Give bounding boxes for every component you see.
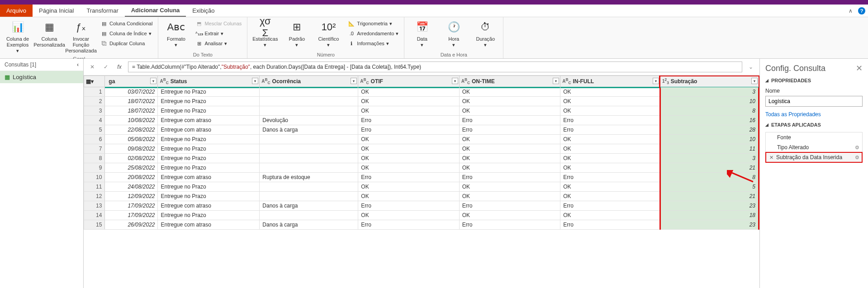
type-icon[interactable]: ABC	[261, 77, 270, 85]
cell-status[interactable]: Entregue no Prazo	[158, 163, 260, 173]
cell-subtracao[interactable]: 11	[660, 144, 759, 154]
column-header[interactable]: OTIF	[371, 78, 383, 85]
cell-date[interactable]: 05/08/2022	[105, 135, 158, 144]
cell-infull[interactable]: OK	[560, 87, 660, 97]
column-from-examples-button[interactable]: 📊Coluna de Exemplos ▾	[4, 19, 32, 55]
row-number[interactable]: 14	[84, 211, 105, 220]
filter-icon[interactable]: ▾	[252, 78, 258, 84]
cell-otif[interactable]: Erro	[358, 201, 459, 211]
help-icon[interactable]: ?	[858, 7, 865, 14]
column-header-otif[interactable]: ABCOTIF▾	[358, 76, 459, 87]
date-button[interactable]: 📅Data ▾	[408, 19, 436, 49]
standard-button[interactable]: ⊞Padrão ▾	[283, 19, 311, 49]
cell-status[interactable]: Entregue com atraso	[158, 173, 260, 182]
cell-occurrence[interactable]	[260, 182, 358, 192]
cell-occurrence[interactable]: Danos à carga	[260, 201, 358, 211]
row-number[interactable]: 11	[84, 182, 105, 192]
row-number[interactable]: 3	[84, 106, 105, 116]
cell-occurrence[interactable]: Ruptura de estoque	[260, 173, 358, 182]
cell-otif[interactable]: Erro	[358, 173, 459, 182]
cell-date[interactable]: 22/08/2022	[105, 125, 158, 135]
column-header-on-time[interactable]: ABCON-TIME▾	[459, 76, 560, 87]
cell-infull[interactable]: OK	[560, 192, 660, 201]
commit-formula-icon[interactable]: ✓	[101, 62, 111, 72]
cell-infull[interactable]: OK	[560, 163, 660, 173]
cell-infull[interactable]: OK	[560, 182, 660, 192]
cell-otif[interactable]: OK	[358, 135, 459, 144]
cell-otif[interactable]: OK	[358, 192, 459, 201]
cell-subtracao[interactable]: 23	[660, 201, 759, 211]
cell-occurrence[interactable]	[260, 97, 358, 106]
tab-página-inicial[interactable]: Página Inicial	[33, 5, 80, 17]
tab-transformar[interactable]: Transformar	[80, 5, 124, 17]
row-number[interactable]: 15	[84, 220, 105, 230]
extract-button[interactable]: ᴬ₁₂₃Extrair ▾	[194, 29, 243, 38]
filter-icon[interactable]: ▾	[653, 78, 659, 84]
collapse-queries-icon[interactable]: ‹	[77, 61, 79, 68]
format-button[interactable]: AʙᴄFormato ▾	[162, 19, 190, 49]
cell-otif[interactable]: OK	[358, 87, 459, 97]
cell-status[interactable]: Entregue com atraso	[158, 220, 260, 230]
cell-status[interactable]: Entregue com atraso	[158, 201, 260, 211]
cell-status[interactable]: Entregue no Prazo	[158, 182, 260, 192]
cell-ontime[interactable]: Erro	[459, 220, 560, 230]
cell-infull[interactable]: OK	[560, 135, 660, 144]
cell-occurrence[interactable]: Devolução	[260, 116, 358, 125]
cell-occurrence[interactable]	[260, 135, 358, 144]
cell-status[interactable]: Entregue no Prazo	[158, 135, 260, 144]
applied-step[interactable]: Fonte	[766, 132, 862, 142]
cell-infull[interactable]: OK	[560, 211, 660, 220]
cell-ontime[interactable]: Erro	[459, 116, 560, 125]
cell-subtracao[interactable]: 8	[660, 173, 759, 182]
cell-date[interactable]: 02/08/2022	[105, 154, 158, 163]
gear-icon[interactable]: ⚙	[855, 155, 859, 161]
cell-date[interactable]: 09/08/2022	[105, 144, 158, 154]
fx-icon[interactable]: fx	[114, 62, 124, 72]
cell-infull[interactable]: Erro	[560, 220, 660, 230]
column-header-ga[interactable]: ga▾	[105, 76, 158, 87]
cell-subtracao[interactable]: 28	[660, 125, 759, 135]
analyze-button[interactable]: ⊞Analisar ▾	[194, 39, 243, 48]
cell-status[interactable]: Entregue no Prazo	[158, 97, 260, 106]
cell-date[interactable]: 18/07/2022	[105, 106, 158, 116]
cell-subtracao[interactable]: 3	[660, 87, 759, 97]
cell-otif[interactable]: OK	[358, 97, 459, 106]
cell-occurrence[interactable]	[260, 211, 358, 220]
type-icon[interactable]: ABC	[360, 77, 369, 85]
cell-ontime[interactable]: OK	[459, 106, 560, 116]
invoke-function-button[interactable]: ƒₓInvocar Função Personalizada	[67, 19, 95, 55]
cell-infull[interactable]: OK	[560, 97, 660, 106]
cell-date[interactable]: 26/09/2022	[105, 220, 158, 230]
cell-subtracao[interactable]: 23	[660, 220, 759, 230]
applied-steps-header[interactable]: ◢ETAPAS APLICADAS	[765, 122, 863, 127]
cell-infull[interactable]: OK	[560, 154, 660, 163]
table-row[interactable]: 1317/09/2022Entregue com atrasoDanos à c…	[84, 201, 759, 211]
cell-status[interactable]: Entregue no Prazo	[158, 106, 260, 116]
table-row[interactable]: 522/08/2022Entregue com atrasoDanos à ca…	[84, 125, 759, 135]
data-grid[interactable]: ▦▾ga▾ABCStatus▾ABCOcorrência▾ABCOTIF▾ABC…	[84, 76, 759, 288]
cell-otif[interactable]: OK	[358, 144, 459, 154]
cell-date[interactable]: 03/07/2022	[105, 87, 158, 97]
filter-icon[interactable]: ▾	[452, 78, 458, 84]
cell-occurrence[interactable]	[260, 192, 358, 201]
properties-header[interactable]: ◢PROPRIEDADES	[765, 78, 863, 83]
column-header[interactable]: ga	[109, 78, 115, 85]
cell-ontime[interactable]: OK	[459, 154, 560, 163]
table-row[interactable]: 1212/09/2022Entregue no PrazoOKOKOK21	[84, 192, 759, 201]
duration-button[interactable]: ⏱Duração ▾	[471, 19, 499, 49]
cell-otif[interactable]: OK	[358, 211, 459, 220]
cell-subtracao[interactable]: 5	[660, 182, 759, 192]
cell-ontime[interactable]: OK	[459, 163, 560, 173]
table-row[interactable]: 802/08/2022Entregue no PrazoOKOKOK3	[84, 154, 759, 163]
cell-otif[interactable]: OK	[358, 182, 459, 192]
cell-infull[interactable]: OK	[560, 144, 660, 154]
cell-subtracao[interactable]: 18	[660, 211, 759, 220]
row-number[interactable]: 1	[84, 87, 105, 97]
cell-otif[interactable]: Erro	[358, 125, 459, 135]
table-row[interactable]: 1124/08/2022Entregue no PrazoOKOKOK5	[84, 182, 759, 192]
cell-ontime[interactable]: OK	[459, 97, 560, 106]
column-header-ocorrência[interactable]: ABCOcorrência▾	[260, 76, 358, 87]
type-icon[interactable]: ABC	[461, 77, 470, 85]
cell-infull[interactable]: Erro	[560, 201, 660, 211]
tab-exibição[interactable]: Exibição	[186, 5, 221, 17]
